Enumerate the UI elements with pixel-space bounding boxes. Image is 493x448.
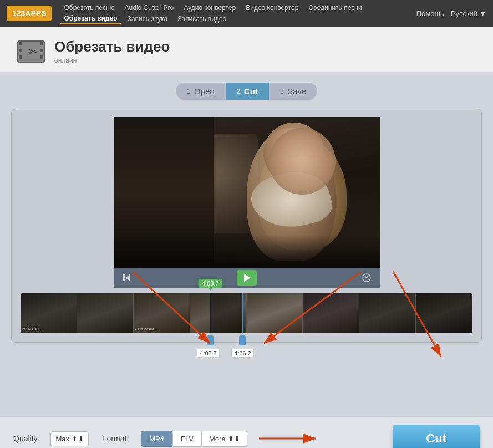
- thumbnail-8: [416, 293, 472, 333]
- format-mp4-button[interactable]: MP4: [141, 431, 172, 447]
- thumb-label-3: - Отмели...: [135, 327, 157, 332]
- language-selector[interactable]: Русский ▼: [451, 9, 486, 18]
- nav-row-1: Обрезать песню Audio Cutter Pro Аудио ко…: [60, 3, 416, 13]
- nav-audio-cutter-pro[interactable]: Audio Cutter Pro: [121, 3, 177, 13]
- video-frame: [114, 117, 380, 268]
- trim-handle-right[interactable]: [239, 335, 246, 345]
- nav-cut-song[interactable]: Обрезать песню: [60, 3, 118, 13]
- svg-rect-4: [19, 55, 22, 59]
- format-buttons: MP4 FLV More ⬆⬇: [141, 431, 247, 447]
- trim-handle-left[interactable]: [207, 335, 214, 345]
- svg-rect-7: [40, 55, 43, 59]
- bottom-bar: Quality: Max ⬆⬇ Format: MP4 FLV More ⬆⬇ …: [0, 416, 493, 448]
- app-icon: ✂: [17, 37, 45, 65]
- page-subtitle: онлайн: [54, 57, 170, 64]
- help-link[interactable]: Помощь: [416, 9, 444, 18]
- svg-rect-3: [19, 49, 22, 52]
- quality-label: Quality:: [13, 434, 39, 443]
- svg-marker-10: [125, 274, 130, 281]
- nav-right: Помощь Русский ▼: [416, 9, 486, 18]
- svg-rect-5: [40, 42, 43, 45]
- nav-row-2: Обрезать видео Запись звука Записать вид…: [60, 13, 416, 24]
- nav-record-audio[interactable]: Запись звука: [124, 14, 171, 24]
- cut-arrow: [256, 427, 323, 448]
- playhead-region[interactable]: [210, 293, 243, 333]
- step-cut-num: 2: [237, 87, 241, 95]
- top-navigation: 123APPS Обрезать песню Audio Cutter Pro …: [0, 0, 493, 27]
- video-preview: [114, 117, 380, 268]
- svg-text:✂: ✂: [29, 45, 38, 58]
- play-button[interactable]: [237, 270, 257, 286]
- step-save[interactable]: 3 Save: [269, 83, 317, 100]
- page-header: ✂ Обрезать видео онлайн: [0, 27, 493, 73]
- nav-video-converter[interactable]: Видео конвертер: [242, 3, 302, 13]
- play-icon: [244, 274, 251, 282]
- thumbnail-2: [77, 293, 134, 333]
- steps-bar: 1 Open 2 Cut 3 Save: [11, 83, 482, 100]
- svg-rect-9: [123, 274, 125, 281]
- timeline-wrapper: 4:03.7 N1NT30... - Отмели...: [21, 293, 472, 333]
- quality-arrow-icon: ⬆⬇: [72, 435, 84, 443]
- nav-merge-songs[interactable]: Соединить песни: [305, 3, 365, 13]
- format-label: Format:: [102, 434, 129, 443]
- quality-select[interactable]: Max ⬆⬇: [50, 431, 89, 446]
- nav-links: Обрезать песню Audio Cutter Pro Аудио ко…: [60, 3, 416, 24]
- step-cut-label: Cut: [244, 86, 258, 96]
- cut-section: Cut: [256, 425, 480, 448]
- thumbnail-1: N1NT30...: [21, 293, 77, 333]
- main-content: 1 Open 2 Cut 3 Save: [0, 73, 493, 416]
- time-tooltip: 4:03.7: [199, 279, 222, 288]
- trim-time-right: 4:36.2: [231, 349, 254, 358]
- rewind-button[interactable]: [119, 270, 135, 286]
- page-title: Обрезать видео: [54, 38, 170, 55]
- cut-button[interactable]: Cut: [393, 425, 480, 448]
- step-cut[interactable]: 2 Cut: [226, 83, 269, 100]
- stop-button[interactable]: [359, 270, 374, 286]
- thumb-label-1: N1NT30...: [22, 327, 42, 332]
- nav-audio-converter[interactable]: Аудио конвертер: [180, 3, 239, 13]
- step-open[interactable]: 1 Open: [176, 83, 226, 100]
- trim-time-left: 4:03.7: [197, 349, 220, 358]
- thumbnail-6: [303, 293, 359, 333]
- logo[interactable]: 123APPS: [7, 6, 52, 21]
- thumbnail-3: - Отмели...: [134, 293, 190, 333]
- format-flv-button[interactable]: FLV: [172, 431, 202, 447]
- thumbnail-5: [247, 293, 303, 333]
- svg-rect-2: [19, 42, 22, 45]
- thumbnail-7: [359, 293, 416, 333]
- editor-box: 4:03.7 N1NT30... - Отмели...: [11, 109, 482, 343]
- app-title-block: Обрезать видео онлайн: [54, 38, 170, 64]
- quality-value: Max: [55, 435, 69, 443]
- format-more-label: More: [209, 435, 226, 443]
- step-open-num: 1: [187, 87, 191, 95]
- step-save-num: 3: [280, 87, 284, 95]
- timeline-strip[interactable]: N1NT30... - Отмели...: [21, 293, 472, 333]
- nav-cut-video[interactable]: Обрезать видео: [60, 13, 120, 24]
- step-save-label: Save: [287, 86, 306, 96]
- svg-rect-6: [40, 49, 43, 52]
- format-more-arrow-icon: ⬆⬇: [228, 435, 240, 443]
- format-more-button[interactable]: More ⬆⬇: [202, 431, 247, 447]
- nav-record-video[interactable]: Записать видео: [174, 14, 230, 24]
- step-open-label: Open: [194, 86, 215, 96]
- video-controls: [114, 268, 380, 288]
